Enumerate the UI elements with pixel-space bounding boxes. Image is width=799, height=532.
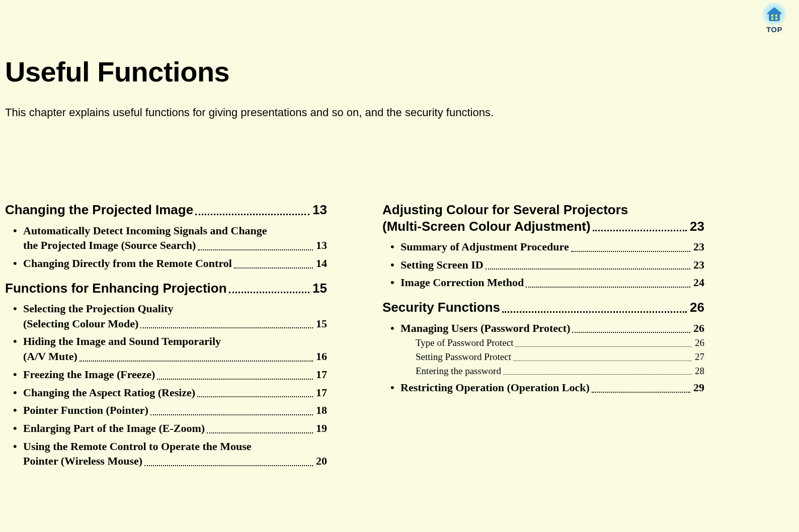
toc-item[interactable]: •Changing the Aspect Ratiog (Resize)17	[5, 385, 327, 400]
dot-leader	[234, 268, 313, 269]
toc-subitem-page: 28	[695, 365, 704, 378]
top-link-label: TOP	[757, 25, 792, 34]
dot-leader	[526, 287, 690, 288]
toc-item-list: •Selecting the Projection Quality (Selec…	[5, 301, 327, 469]
bullet-icon: •	[382, 257, 401, 273]
toc-section-heading[interactable]: Changing the Projected Image 13	[5, 202, 327, 218]
toc-item-page: 15	[316, 316, 327, 331]
toc-item-page: 26	[693, 321, 704, 336]
toc-item-label: Using the Remote Control to Operate the …	[23, 439, 252, 454]
dot-leader	[513, 361, 692, 361]
toc-right-column: Adjusting Colour for Several Projectors …	[382, 200, 704, 478]
bullet-icon: •	[5, 256, 23, 271]
toc-item-list: •Managing Users (Password Protect)26 Typ…	[382, 321, 704, 395]
dot-leader	[207, 432, 313, 433]
bullet-icon: •	[5, 301, 23, 316]
toc-item[interactable]: •Selecting the Projection Quality (Selec…	[5, 301, 327, 331]
bullet-icon: •	[5, 367, 23, 382]
dot-leader	[198, 249, 313, 250]
toc-section-page: 23	[690, 218, 704, 235]
toc-item-label: Hiding the Image and Sound Temporarily	[23, 334, 221, 349]
toc-section-heading[interactable]: Adjusting Colour for Several Projectors …	[382, 202, 704, 234]
bullet-icon: •	[5, 421, 23, 436]
toc-item[interactable]: •Enlarging Part of the Image (E-Zoom)19	[5, 421, 327, 436]
dot-leader	[572, 332, 690, 333]
toc-item-page: 13	[316, 238, 327, 253]
toc-section-page: 13	[312, 202, 327, 218]
toc-item-label: (A/V Mute)	[23, 349, 77, 364]
toc-item[interactable]: •Changing Directly from the Remote Contr…	[5, 256, 327, 271]
toc-subitem-label: Setting Password Protect	[416, 350, 511, 364]
toc-item-label: Pointer (Wireless Mouse)	[23, 454, 142, 469]
toc-subitem[interactable]: Setting Password Protect27	[416, 350, 704, 364]
dot-leader	[486, 269, 690, 270]
toc-item-list: •Automatically Detect Incoming Signals a…	[5, 223, 327, 271]
dot-leader	[197, 396, 313, 397]
toc-item-label: (Selecting Colour Mode)	[23, 316, 138, 331]
toc-item-label: Restricting Operation (Operation Lock)	[401, 380, 590, 395]
bullet-icon: •	[382, 321, 401, 336]
toc-item-label: Managing Users (Password Protect)	[401, 321, 570, 336]
toc-item-label: Image Correction Method	[401, 275, 524, 290]
svg-rect-4	[775, 18, 777, 20]
bullet-icon: •	[5, 334, 23, 349]
toc-item-label: Enlarging Part of the Image (E-Zoom)	[23, 421, 205, 436]
toc-item-page: 17	[316, 367, 327, 382]
toc-subitem[interactable]: Entering the password28	[416, 365, 704, 378]
toc-section-heading[interactable]: Functions for Enhancing Projection 15	[5, 280, 327, 297]
toc-item[interactable]: •Setting Screen ID23	[382, 257, 704, 273]
svg-rect-3	[771, 18, 773, 20]
toc-item[interactable]: •Using the Remote Control to Operate the…	[5, 439, 327, 469]
toc-subitem-list: Type of Password Protect26 Setting Passw…	[382, 336, 704, 377]
top-link[interactable]: TOP	[757, 2, 792, 34]
toc-section-page: 26	[690, 299, 704, 316]
intro-text: This chapter explains useful functions f…	[5, 106, 774, 119]
toc-item-list: •Summary of Adjustment Procedure23 •Sett…	[382, 239, 704, 290]
toc-item[interactable]: •Automatically Detect Incoming Signals a…	[5, 223, 327, 253]
toc-section-label: Adjusting Colour for Several Projectors	[382, 202, 628, 217]
dot-leader	[592, 392, 690, 393]
toc-item[interactable]: •Summary of Adjustment Procedure23	[382, 239, 704, 254]
toc-item[interactable]: •Managing Users (Password Protect)26 Typ…	[382, 321, 704, 378]
toc-item-page: 19	[316, 421, 327, 436]
dot-leader	[593, 230, 687, 231]
dot-leader	[502, 311, 687, 313]
toc-item[interactable]: •Pointer Function (Pointer)18	[5, 403, 327, 418]
bullet-icon: •	[5, 223, 23, 238]
dot-leader	[503, 374, 692, 375]
toc-item[interactable]: •Restricting Operation (Operation Lock)2…	[382, 380, 704, 395]
page-title: Useful Functions	[5, 55, 774, 88]
toc-item-label: Summary of Adjustment Procedure	[401, 239, 569, 254]
bullet-icon: •	[382, 380, 401, 395]
toc-columns: Changing the Projected Image 13 •Automat…	[5, 200, 774, 478]
toc-item-page: 14	[316, 256, 327, 271]
toc-section-label: Changing the Projected Image	[5, 202, 193, 218]
toc-section-page: 15	[312, 280, 327, 297]
svg-marker-0	[767, 8, 781, 21]
toc-left-column: Changing the Projected Image 13 •Automat…	[5, 200, 327, 478]
toc-item-page: 24	[693, 275, 704, 290]
toc-item-page: 17	[316, 385, 327, 400]
toc-subitem-page: 26	[695, 336, 704, 349]
toc-item[interactable]: •Freezing the Image (Freeze)17	[5, 367, 327, 382]
toc-section-label: Functions for Enhancing Projection	[5, 280, 227, 297]
svg-rect-1	[771, 15, 773, 17]
toc-item-label: Changing the Aspect Ratiog (Resize)	[23, 385, 195, 400]
toc-item-label: Changing Directly from the Remote Contro…	[23, 256, 232, 271]
dot-leader	[144, 465, 313, 466]
toc-subitem-label: Type of Password Protect	[416, 336, 513, 349]
dot-leader	[195, 214, 309, 215]
toc-item-label: Automatically Detect Incoming Signals an…	[23, 223, 267, 238]
toc-subitem-page: 27	[695, 350, 704, 364]
toc-subitem[interactable]: Type of Password Protect26	[416, 336, 704, 349]
toc-item[interactable]: •Hiding the Image and Sound Temporarily …	[5, 334, 327, 364]
toc-item-page: 16	[316, 349, 327, 364]
toc-item[interactable]: •Image Correction Method24	[382, 275, 704, 290]
toc-section-heading[interactable]: Security Functions 26	[382, 299, 704, 316]
dot-leader	[140, 327, 313, 328]
toc-item-label: Setting Screen ID	[401, 257, 484, 273]
document-page: TOP Useful Functions This chapter explai…	[0, 0, 799, 532]
toc-item-label: Freezing the Image (Freeze)	[23, 367, 155, 382]
home-icon	[760, 2, 788, 26]
toc-item-label: Pointer Function (Pointer)	[23, 403, 148, 418]
